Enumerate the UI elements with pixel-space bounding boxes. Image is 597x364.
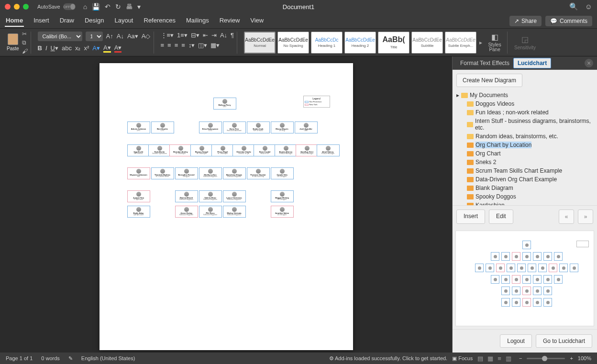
align-center-icon[interactable]: ≡ bbox=[167, 42, 171, 49]
tree-root[interactable]: ▸ My Documents bbox=[456, 91, 593, 99]
minimize-window[interactable] bbox=[14, 4, 20, 10]
print-layout-icon[interactable]: ▤ bbox=[477, 355, 483, 362]
style-subtle-emph-[interactable]: AaBbCcDdEeSubtle Emph... bbox=[445, 32, 476, 54]
menu-tab-draw[interactable]: Draw bbox=[59, 15, 75, 27]
justify-icon[interactable]: ≡ bbox=[181, 42, 185, 49]
borders-icon[interactable]: ▦▾ bbox=[210, 42, 220, 49]
fullscreen-window[interactable] bbox=[23, 4, 29, 10]
style-heading-2[interactable]: AaBbCcDdEeHeading 2 bbox=[344, 32, 376, 54]
tree-item[interactable]: Intern Stuff - business diagrams, brains… bbox=[456, 117, 593, 132]
clear-format-icon[interactable]: A◇ bbox=[142, 33, 151, 40]
next-page-button[interactable]: » bbox=[578, 210, 593, 224]
subscript-icon[interactable]: x₂ bbox=[75, 44, 81, 52]
style-heading-1[interactable]: AaBbCcDcHeading 1 bbox=[311, 32, 343, 54]
tree-item[interactable]: Random ideas, brainstorms, etc. bbox=[456, 132, 593, 141]
document-canvas[interactable]: Legend San Francisco New York Melissa Pe… bbox=[0, 56, 452, 353]
style-gallery-more-icon[interactable]: ▸ bbox=[479, 39, 482, 46]
close-window[interactable] bbox=[5, 4, 11, 10]
multilevel-icon[interactable]: ⊟▾ bbox=[191, 32, 199, 39]
shrink-font-icon[interactable]: A↓ bbox=[117, 33, 124, 40]
autosave-toggle[interactable]: AutoSave OFF bbox=[37, 3, 76, 10]
tab-lucidchart[interactable]: Lucidchart bbox=[513, 58, 551, 68]
style-no-spacing[interactable]: AaBbCcDdEeNo Spacing bbox=[277, 32, 309, 54]
print-icon[interactable]: 🖶 bbox=[126, 3, 133, 11]
shading-icon[interactable]: ◫▾ bbox=[198, 42, 207, 49]
tab-format-text-effects[interactable]: Format Text Effects bbox=[456, 58, 513, 68]
italic-icon[interactable]: I bbox=[45, 44, 47, 52]
strikethrough-icon[interactable]: abc bbox=[62, 44, 72, 52]
increase-indent-icon[interactable]: ⇥ bbox=[211, 32, 217, 39]
paste-button[interactable]: Paste bbox=[7, 33, 19, 51]
insert-button[interactable]: Insert bbox=[456, 210, 485, 224]
save-icon[interactable]: 💾 bbox=[92, 3, 100, 11]
word-count[interactable]: 0 words bbox=[41, 355, 60, 361]
account-icon[interactable]: ☺ bbox=[585, 2, 592, 11]
menu-tab-design[interactable]: Design bbox=[84, 15, 105, 27]
styles-pane-button[interactable]: ◧ Styles Pane bbox=[485, 33, 504, 52]
sort-icon[interactable]: A↓ bbox=[220, 32, 227, 39]
cut-icon[interactable]: ✂ bbox=[22, 31, 28, 37]
underline-icon[interactable]: U▾ bbox=[51, 44, 58, 52]
web-layout-icon[interactable]: ▦ bbox=[487, 355, 493, 362]
text-effects-icon[interactable]: A▾ bbox=[92, 44, 100, 52]
zoom-out-icon[interactable]: − bbox=[519, 355, 522, 361]
tree-item[interactable]: Spooky Doggos bbox=[456, 192, 593, 201]
zoom-in-icon[interactable]: + bbox=[570, 355, 573, 361]
font-name-select[interactable]: Calibri (Bo... bbox=[38, 32, 82, 41]
tree-item[interactable]: Scrum Team Skills Chart Example bbox=[456, 166, 593, 175]
customize-icon[interactable]: ▾ bbox=[137, 3, 141, 11]
bold-icon[interactable]: B bbox=[38, 44, 42, 52]
tree-item[interactable]: Blank Diagram bbox=[456, 184, 593, 192]
font-color-icon[interactable]: A▾ bbox=[114, 44, 122, 53]
addins-status[interactable]: ⚙ Add-ins loaded successfully. Click to … bbox=[329, 355, 448, 362]
create-new-diagram-button[interactable]: Create New Diagram bbox=[456, 74, 522, 87]
menu-tab-review[interactable]: Review bbox=[219, 15, 241, 27]
menu-tab-layout[interactable]: Layout bbox=[113, 15, 134, 27]
menu-tab-references[interactable]: References bbox=[143, 15, 177, 27]
search-icon[interactable]: 🔍 bbox=[569, 2, 578, 11]
tree-item[interactable]: Org Chart by Location bbox=[456, 141, 593, 149]
line-spacing-icon[interactable]: ↕▾ bbox=[188, 42, 195, 49]
tree-item[interactable]: Fun Ideas ; non-work related bbox=[456, 108, 593, 117]
outline-icon[interactable]: ≡ bbox=[498, 355, 501, 362]
highlight-icon[interactable]: A▾ bbox=[103, 44, 111, 53]
numbering-icon[interactable]: 1≡▾ bbox=[177, 32, 188, 39]
grow-font-icon[interactable]: A↑ bbox=[106, 33, 113, 40]
logout-button[interactable]: Logout bbox=[500, 334, 532, 348]
comments-button[interactable]: 💬 Comments bbox=[545, 16, 592, 26]
align-right-icon[interactable]: ≡ bbox=[175, 42, 178, 49]
spellcheck-icon[interactable]: ✎ bbox=[68, 355, 73, 362]
menu-tab-home[interactable]: Home bbox=[5, 15, 24, 27]
tree-item[interactable]: Doggos Videos bbox=[456, 99, 593, 108]
close-panel-icon[interactable]: × bbox=[585, 59, 593, 67]
draft-icon[interactable]: ▥ bbox=[506, 355, 511, 362]
superscript-icon[interactable]: x² bbox=[84, 44, 89, 52]
language-indicator[interactable]: English (United States) bbox=[81, 355, 135, 361]
copy-icon[interactable]: ⧉ bbox=[22, 39, 28, 46]
tree-item[interactable]: Sneks 2 bbox=[456, 158, 593, 166]
prev-page-button[interactable]: « bbox=[559, 210, 574, 224]
edit-button[interactable]: Edit bbox=[489, 210, 513, 224]
style-title[interactable]: AaBb(Title bbox=[378, 32, 409, 54]
style-subtitle[interactable]: AaBbCcDdEeSubtitle bbox=[411, 32, 443, 54]
decrease-indent-icon[interactable]: ⇤ bbox=[203, 32, 208, 39]
format-painter-icon[interactable]: 🖌 bbox=[22, 48, 28, 55]
menu-tab-view[interactable]: View bbox=[249, 15, 265, 27]
change-case-icon[interactable]: Aa▾ bbox=[127, 33, 138, 40]
tree-item[interactable]: Data-Driven Org Chart Example bbox=[456, 175, 593, 184]
focus-mode[interactable]: ▣ Focus bbox=[452, 355, 473, 362]
share-button[interactable]: ↗ Share bbox=[509, 16, 542, 26]
menu-tab-insert[interactable]: Insert bbox=[33, 15, 50, 27]
home-icon[interactable]: ⌂ bbox=[83, 3, 87, 11]
menu-tab-mailings[interactable]: Mailings bbox=[185, 15, 210, 27]
style-normal[interactable]: AaBbCcDdEeNormal bbox=[244, 32, 276, 54]
zoom-level[interactable]: 100% bbox=[578, 355, 591, 361]
align-left-icon[interactable]: ≡ bbox=[161, 42, 165, 49]
go-to-lucidchart-button[interactable]: Go to Lucidchart bbox=[536, 334, 592, 348]
page-indicator[interactable]: Page 1 of 1 bbox=[6, 355, 33, 361]
redo-icon[interactable]: ↻ bbox=[115, 3, 121, 11]
show-marks-icon[interactable]: ¶ bbox=[231, 32, 234, 39]
font-size-select[interactable]: 12 bbox=[86, 32, 103, 41]
tree-item[interactable]: Kardashian bbox=[456, 201, 593, 205]
tree-item[interactable]: Org Chart bbox=[456, 149, 593, 158]
